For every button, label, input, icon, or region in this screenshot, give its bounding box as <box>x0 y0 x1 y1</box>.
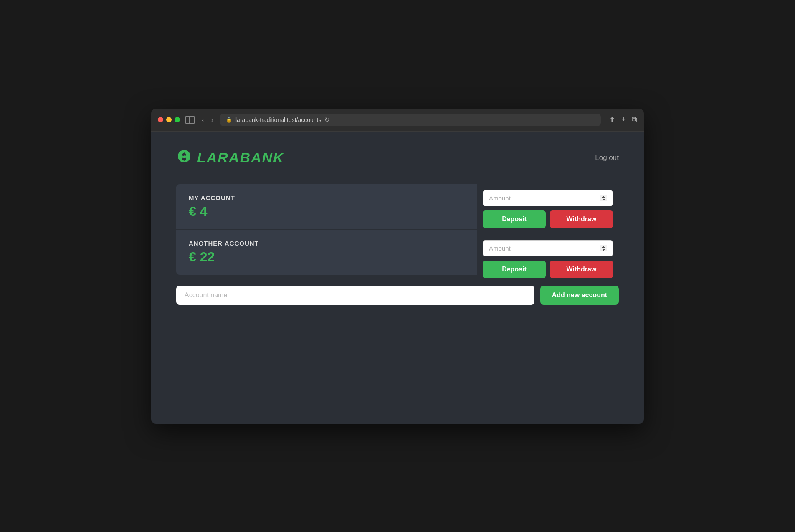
amount-input-1[interactable] <box>483 190 613 206</box>
action-buttons-1: Deposit Withdraw <box>483 210 613 228</box>
accounts-area: MY ACCOUNT € 4 ANOTHER ACCOUNT € 22 Depo… <box>176 184 619 284</box>
account-name-2: ANOTHER ACCOUNT <box>189 240 464 247</box>
add-account-button[interactable]: Add new account <box>540 286 619 305</box>
logo-text: LARABANK <box>197 149 284 166</box>
withdraw-button-1[interactable]: Withdraw <box>550 210 613 228</box>
add-account-row: Add new account <box>176 286 619 305</box>
browser-window: ‹ › 🔒 larabank-traditional.test/accounts… <box>151 109 644 424</box>
refresh-button[interactable]: ↻ <box>324 116 330 124</box>
app-header: LARABANK Log out <box>176 148 619 167</box>
account-name-1: MY ACCOUNT <box>189 194 464 201</box>
deposit-button-1[interactable]: Deposit <box>483 210 546 228</box>
deposit-button-2[interactable]: Deposit <box>483 261 546 278</box>
logo: LARABANK <box>176 148 284 167</box>
amount-input-2[interactable] <box>483 240 613 256</box>
forward-button[interactable]: › <box>209 116 215 124</box>
account-action-group-1: Deposit Withdraw <box>477 184 619 234</box>
nav-buttons: ‹ › <box>200 116 215 124</box>
tabs-button[interactable]: ⧉ <box>632 115 637 124</box>
account-name-input[interactable] <box>176 286 534 305</box>
account-card-2: ANOTHER ACCOUNT € 22 <box>176 229 477 275</box>
url-text: larabank-traditional.test/accounts <box>235 117 321 123</box>
withdraw-button-2[interactable]: Withdraw <box>550 261 613 278</box>
browser-content: LARABANK Log out MY ACCOUNT € 4 ANOTHER … <box>151 132 644 424</box>
traffic-lights <box>158 117 180 122</box>
share-button[interactable]: ⬆ <box>609 115 615 124</box>
lock-icon: 🔒 <box>226 117 232 123</box>
logout-button[interactable]: Log out <box>595 154 619 162</box>
action-buttons-2: Deposit Withdraw <box>483 261 613 278</box>
address-bar[interactable]: 🔒 larabank-traditional.test/accounts ↻ <box>220 114 601 126</box>
browser-actions: ⬆ + ⧉ <box>609 115 637 124</box>
sidebar-toggle-button[interactable] <box>185 116 195 124</box>
browser-titlebar: ‹ › 🔒 larabank-traditional.test/accounts… <box>151 109 644 132</box>
account-actions-column: Deposit Withdraw Deposit Withdraw <box>477 184 619 284</box>
account-action-group-2: Deposit Withdraw <box>477 234 619 284</box>
account-balance-1: € 4 <box>189 204 464 219</box>
account-card-1: MY ACCOUNT € 4 <box>176 184 477 229</box>
back-button[interactable]: ‹ <box>200 116 206 124</box>
account-balance-2: € 22 <box>189 249 464 265</box>
minimize-button[interactable] <box>166 117 172 122</box>
maximize-button[interactable] <box>175 117 180 122</box>
close-button[interactable] <box>158 117 163 122</box>
accounts-list: MY ACCOUNT € 4 ANOTHER ACCOUNT € 22 <box>176 184 477 284</box>
new-tab-button[interactable]: + <box>621 115 626 124</box>
logo-icon <box>176 148 192 167</box>
